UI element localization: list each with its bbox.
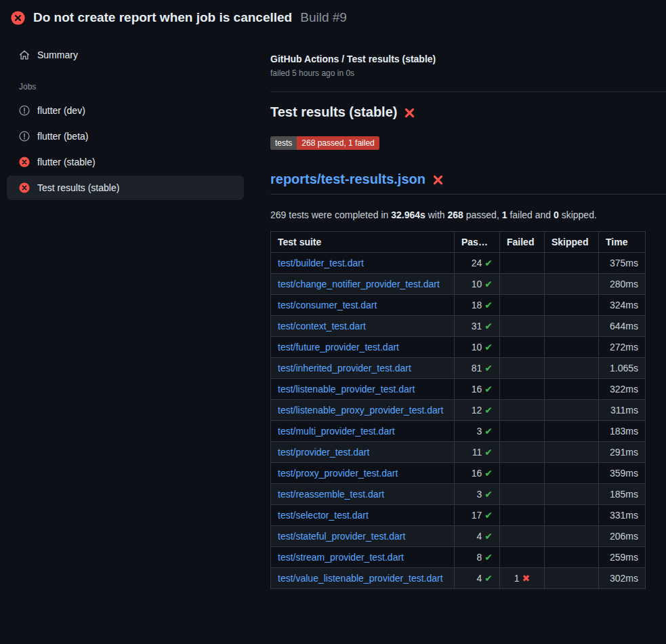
test-suite-link[interactable]: test/inherited_provider_test.dart <box>278 363 411 374</box>
table-row: test/stream_provider_test.dart8 ✔259ms <box>271 547 646 568</box>
test-suite-link[interactable]: test/proxy_provider_test.dart <box>278 468 398 479</box>
time-cell: 259ms <box>599 547 646 568</box>
sidebar-item-test-results-stable[interactable]: Test results (stable) <box>7 176 244 200</box>
alert-circle-icon <box>19 131 30 142</box>
status-line: failed 5 hours ago in 0s <box>270 68 666 78</box>
time-cell: 331ms <box>599 505 646 526</box>
sidebar-item-flutter-beta[interactable]: flutter (beta) <box>7 124 244 148</box>
tests-badge: tests 268 passed, 1 failed <box>270 136 379 150</box>
col-header-skipped: Skipped <box>545 232 599 253</box>
test-suite-link[interactable]: test/selector_test.dart <box>278 510 369 521</box>
x-circle-icon <box>19 182 30 193</box>
test-suite-link[interactable]: test/stateful_provider_test.dart <box>278 531 405 542</box>
table-row: test/selector_test.dart17 ✔331ms <box>271 505 646 526</box>
check-icon: ✔ <box>484 531 493 542</box>
test-suite-link[interactable]: test/provider_test.dart <box>278 447 369 458</box>
time-cell: 324ms <box>599 295 646 316</box>
failed-x-icon <box>432 174 444 186</box>
skipped-cell <box>545 421 599 442</box>
summary-text: 269 tests were completed in <box>270 209 391 220</box>
sidebar-item-label: Summary <box>37 49 78 60</box>
col-header-passed: Passed <box>455 232 500 253</box>
skipped-cell <box>545 358 599 379</box>
failed-cell <box>500 295 545 316</box>
time-cell: 359ms <box>599 463 646 484</box>
table-row: test/listenable_provider_test.dart16 ✔32… <box>271 379 646 400</box>
failed-cell <box>500 547 545 568</box>
sidebar-item-summary[interactable]: Summary <box>7 43 244 67</box>
table-row: test/multi_provider_test.dart3 ✔183ms <box>271 421 646 442</box>
test-suite-link[interactable]: test/change_notifier_provider_test.dart <box>278 279 440 289</box>
test-suite-link[interactable]: test/reassemble_test.dart <box>278 489 384 500</box>
report-title: reports/test-results.json <box>270 172 666 195</box>
sidebar-item-flutter-stable[interactable]: flutter (stable) <box>7 150 244 174</box>
passed-cell: 81 ✔ <box>455 358 500 379</box>
section-title-text: Test results (stable) <box>270 104 397 120</box>
test-suite-cell: test/stream_provider_test.dart <box>271 547 455 568</box>
test-suite-link[interactable]: test/context_test.dart <box>278 321 366 331</box>
test-suite-cell: test/future_provider_test.dart <box>271 337 455 358</box>
failed-cell <box>500 400 545 421</box>
table-row: test/change_notifier_provider_test.dart1… <box>271 274 646 295</box>
summary-text: with <box>425 209 448 220</box>
sidebar-item-flutter-dev[interactable]: flutter (dev) <box>7 98 244 123</box>
test-suite-link[interactable]: test/listenable_proxy_provider_test.dart <box>278 405 443 416</box>
summary-text: passed, <box>463 209 502 220</box>
failed-cell <box>500 526 545 547</box>
test-suite-link[interactable]: test/consumer_test.dart <box>278 300 377 310</box>
check-icon: ✔ <box>484 552 493 563</box>
test-suite-link[interactable]: test/multi_provider_test.dart <box>278 426 395 437</box>
failed-cell <box>500 379 545 400</box>
time-cell: 272ms <box>599 337 646 358</box>
check-icon: ✔ <box>484 405 493 416</box>
skipped-cell <box>545 400 599 421</box>
check-icon: ✔ <box>484 363 493 374</box>
failed-cell <box>500 442 545 463</box>
skipped-cell <box>545 253 599 274</box>
time-cell: 183ms <box>599 421 646 442</box>
report-link[interactable]: reports/test-results.json <box>270 172 425 187</box>
passed-cell: 16 ✔ <box>455 463 500 484</box>
skipped-cell <box>545 337 599 358</box>
page-title: Do not create report when job is cancell… <box>33 10 292 25</box>
test-suite-link[interactable]: test/listenable_provider_test.dart <box>278 384 415 395</box>
table-row: test/future_provider_test.dart10 ✔272ms <box>271 337 646 358</box>
table-row: test/builder_test.dart24 ✔375ms <box>271 253 646 274</box>
test-suite-link[interactable]: test/value_listenable_provider_test.dart <box>278 573 443 584</box>
test-suite-link[interactable]: test/future_provider_test.dart <box>278 342 399 353</box>
passed-cell: 10 ✔ <box>455 337 500 358</box>
time-cell: 206ms <box>599 526 646 547</box>
skipped-cell <box>545 526 599 547</box>
failed-cell <box>500 274 545 295</box>
time-cell: 311ms <box>599 400 646 421</box>
passed-cell: 8 ✔ <box>455 547 500 568</box>
check-icon: ✔ <box>484 489 493 500</box>
check-icon: ✔ <box>484 279 493 289</box>
check-icon: ✔ <box>484 573 493 584</box>
test-suite-cell: test/consumer_test.dart <box>271 295 455 316</box>
divider <box>270 92 666 92</box>
test-suite-cell: test/provider_test.dart <box>271 442 455 463</box>
badge-label: tests <box>270 136 297 150</box>
sidebar-item-label: flutter (dev) <box>37 105 85 116</box>
time-cell: 375ms <box>599 253 646 274</box>
passed-cell: 16 ✔ <box>455 379 500 400</box>
test-suite-cell: test/listenable_proxy_provider_test.dart <box>271 400 455 421</box>
test-suite-link[interactable]: test/stream_provider_test.dart <box>278 552 404 563</box>
jobs-section-label: Jobs <box>0 68 251 98</box>
summary-failed-count: 1 <box>502 209 507 220</box>
skipped-cell <box>545 442 599 463</box>
test-suite-cell: test/context_test.dart <box>271 316 455 337</box>
table-row: test/provider_test.dart11 ✔291ms <box>271 442 646 463</box>
table-row: test/inherited_provider_test.dart81 ✔1.0… <box>271 358 646 379</box>
x-circle-icon <box>11 11 25 25</box>
test-suite-link[interactable]: test/builder_test.dart <box>278 258 364 268</box>
test-suite-cell: test/proxy_provider_test.dart <box>271 463 455 484</box>
summary-text: skipped. <box>559 209 597 220</box>
check-icon: ✔ <box>484 426 493 437</box>
sidebar-item-label: Test results (stable) <box>37 182 119 193</box>
passed-cell: 10 ✔ <box>455 274 500 295</box>
time-cell: 1.065s <box>599 358 646 379</box>
sidebar-item-label: flutter (beta) <box>37 131 88 142</box>
failed-cell <box>500 463 545 484</box>
